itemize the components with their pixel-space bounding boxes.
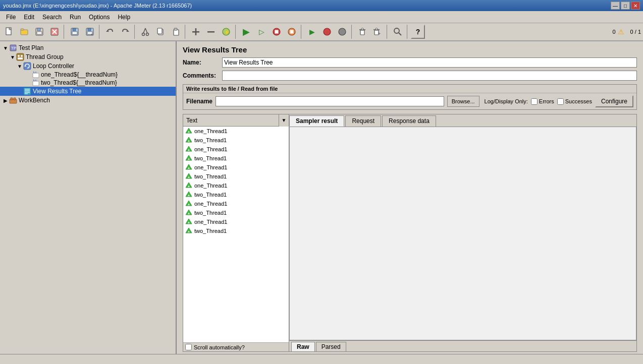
file-section-title: Write results to file / Read from file <box>183 85 636 93</box>
menu-item-search[interactable]: Search <box>38 13 66 22</box>
toggle-button[interactable]: ⚡ <box>219 25 233 39</box>
successes-checkbox[interactable] <box>557 98 564 105</box>
bottom-tab-parsed[interactable]: Parsed <box>316 342 346 351</box>
start-button[interactable]: ▶ <box>239 25 253 39</box>
results-list-panel: Text ▼ ▲one_Thread1▲two_Thread1▲one_Thre… <box>183 114 289 351</box>
result-item[interactable]: ▲two_Thread1 <box>183 136 289 145</box>
result-item[interactable]: ▲two_Thread1 <box>183 190 289 199</box>
menu-item-file[interactable]: File <box>2 13 20 22</box>
filename-input[interactable] <box>216 96 444 106</box>
tree-item-view-results-tree[interactable]: View Results Tree <box>0 87 176 96</box>
expand-thread-group[interactable]: ▼ <box>9 54 16 60</box>
paste-button[interactable] <box>169 25 183 39</box>
successes-checkbox-label[interactable]: Successes <box>557 98 592 105</box>
tree-item-test-plan[interactable]: ▼ TP Test Plan <box>0 43 176 52</box>
svg-rect-12 <box>72 32 77 34</box>
remote-start-button[interactable]: ▶ <box>305 25 319 39</box>
close-button[interactable]: ✕ <box>631 2 640 10</box>
remove-button[interactable] <box>204 25 218 39</box>
results-dropdown-arrow[interactable]: ▼ <box>279 114 289 127</box>
svg-text:▲: ▲ <box>187 130 190 133</box>
result-item[interactable]: ▲two_Thread1 <box>183 172 289 181</box>
menu-item-run[interactable]: Run <box>66 13 85 22</box>
result-item[interactable]: ▲two_Thread1 <box>183 154 289 163</box>
copy-button[interactable] <box>153 25 168 39</box>
view-results-tree-icon <box>23 87 31 95</box>
clear-all-button[interactable]: + <box>370 25 385 39</box>
tab-response-data[interactable]: Response data <box>382 115 436 127</box>
result-item-icon: ▲ <box>185 218 192 226</box>
open-button[interactable] <box>17 25 31 39</box>
remote-exit-button[interactable] <box>335 25 349 39</box>
tree-item-one-thread[interactable]: one_Thread${__threadNum} <box>0 71 176 79</box>
file-row: Filename Browse... Log/Display Only: Err… <box>183 93 636 109</box>
menu-item-options[interactable]: Options <box>85 13 114 22</box>
comments-label: Comments: <box>183 72 218 79</box>
name-input[interactable] <box>222 57 637 68</box>
log-display-label: Log/Display Only: <box>485 98 528 104</box>
maximize-button[interactable]: □ <box>621 2 630 10</box>
result-item[interactable]: ▲two_Thread1 <box>183 226 289 235</box>
svg-text:▲: ▲ <box>187 194 190 197</box>
configure-button[interactable]: Configure <box>595 95 633 107</box>
result-item[interactable]: ▲one_Thread1 <box>183 127 289 136</box>
errors-checkbox[interactable] <box>531 98 538 105</box>
svg-line-21 <box>143 28 145 33</box>
shutdown-button[interactable] <box>285 25 299 39</box>
menu-item-edit[interactable]: Edit <box>20 13 38 22</box>
new-button[interactable] <box>2 25 16 39</box>
errors-checkbox-label[interactable]: Errors <box>531 98 554 105</box>
svg-rect-33 <box>275 30 279 34</box>
search-button[interactable] <box>391 25 405 39</box>
save-as-button[interactable]: + <box>83 25 97 39</box>
stop-button[interactable] <box>270 25 284 39</box>
warning-count: 0 <box>612 29 615 35</box>
result-item[interactable]: ▲one_Thread1 <box>183 145 289 154</box>
expand-workbench[interactable]: ▶ <box>2 98 9 103</box>
svg-rect-35 <box>290 30 294 34</box>
clear-button[interactable] <box>355 25 369 39</box>
expand-loop-controller[interactable]: ▼ <box>16 64 23 69</box>
svg-point-19 <box>142 33 145 36</box>
save-template-button[interactable] <box>32 25 46 39</box>
comments-row: Comments: <box>177 69 643 82</box>
tree-item-loop-controller[interactable]: ▼ Loop Controller <box>0 62 176 71</box>
result-item[interactable]: ▲two_Thread1 <box>183 208 289 217</box>
file-section: Write results to file / Read from file F… <box>183 84 637 110</box>
svg-rect-40 <box>361 28 363 30</box>
statusbar <box>0 354 643 364</box>
expand-test-plan[interactable]: ▼ <box>2 45 9 51</box>
browse-button[interactable]: Browse... <box>447 96 479 107</box>
tab-request[interactable]: Request <box>345 115 381 127</box>
undo-button[interactable] <box>103 25 117 39</box>
add-button[interactable] <box>189 25 203 39</box>
start-no-pause-button[interactable]: ▷ <box>254 25 269 39</box>
tree-item-two-thread[interactable]: two_Thread${__threadNum} <box>0 79 176 87</box>
one-thread-icon <box>32 71 39 78</box>
bottom-tab-raw[interactable]: Raw <box>291 342 315 351</box>
remote-stop-button[interactable] <box>320 25 334 39</box>
tree-item-workbench[interactable]: ▶ WorkBench <box>0 96 176 105</box>
result-item[interactable]: ▲one_Thread1 <box>183 181 289 190</box>
save-button[interactable] <box>68 25 82 39</box>
right-content <box>289 127 636 340</box>
svg-text:▲: ▲ <box>187 185 190 188</box>
redo-button[interactable] <box>118 25 132 39</box>
result-item[interactable]: ▲one_Thread1 <box>183 217 289 226</box>
minimize-button[interactable]: — <box>611 2 620 10</box>
scroll-auto-checkbox[interactable] <box>185 344 192 350</box>
result-item-label: two_Thread1 <box>194 173 227 179</box>
result-item-icon: ▲ <box>185 145 192 153</box>
content-panel: View Results Tree Name: Comments: Write … <box>177 41 643 354</box>
result-item-label: one_Thread1 <box>194 183 227 189</box>
comments-input[interactable] <box>222 71 637 81</box>
close-file-button[interactable] <box>47 25 62 39</box>
result-item[interactable]: ▲one_Thread1 <box>183 163 289 172</box>
result-item-label: two_Thread1 <box>194 155 227 161</box>
help-button[interactable]: ? <box>411 25 425 39</box>
tab-sampler-result[interactable]: Sampler result <box>289 115 344 127</box>
result-item[interactable]: ▲one_Thread1 <box>183 199 289 208</box>
tree-item-thread-group[interactable]: ▼ Thread Group <box>0 52 176 62</box>
menu-item-help[interactable]: Help <box>114 13 134 22</box>
cut-button[interactable] <box>138 25 152 39</box>
